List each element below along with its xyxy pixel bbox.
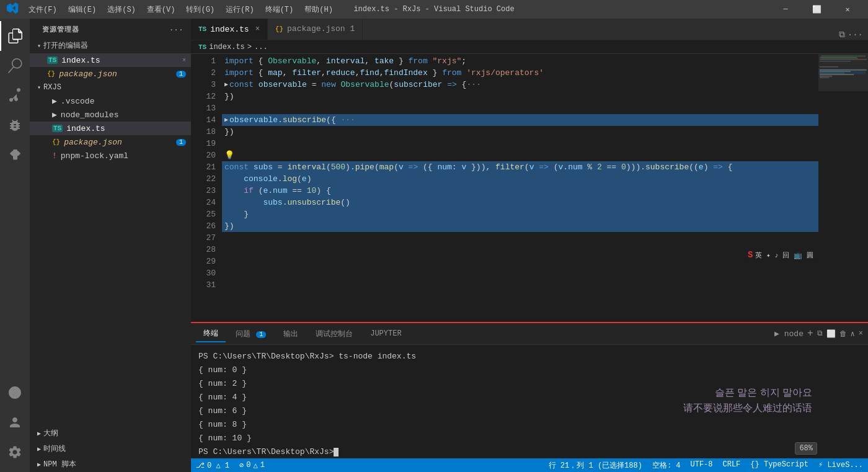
zoom-level[interactable]: 68% <box>795 442 817 455</box>
vscode-folder[interactable]: ▶ .vscode <box>30 94 191 108</box>
tab-index-ts[interactable]: TS index.ts × <box>191 19 268 40</box>
extensions-icon[interactable] <box>0 140 30 170</box>
svg-rect-9 <box>820 74 854 76</box>
minimize-button[interactable]: ─ <box>771 0 800 19</box>
menu-file[interactable]: 文件(F) <box>24 3 62 16</box>
menu-run[interactable]: 运行(R) <box>221 3 259 16</box>
sidebar-more[interactable]: ··· <box>169 26 184 33</box>
more-tabs-icon[interactable]: ··· <box>848 30 863 40</box>
outline-section[interactable]: ▶ 大纲 <box>30 425 191 441</box>
open-editor-filename: index.ts <box>61 56 100 65</box>
menu-goto[interactable]: 转到(G) <box>181 3 219 16</box>
npm-scripts-label: NPM 脚本 <box>43 459 76 470</box>
debug-icon[interactable] <box>0 110 30 140</box>
tab-output[interactable]: 输出 <box>276 326 306 342</box>
errors-status[interactable]: ⊘ 0 △ 1 <box>234 461 270 470</box>
split-editor-icon[interactable]: ⧉ <box>839 30 845 40</box>
code-line-21: const subs = interval(500).pipe(map(v =>… <box>222 161 818 173</box>
language-info[interactable]: {} TypeScript <box>745 460 813 469</box>
tab-debug-console[interactable]: 调试控制台 <box>308 326 360 342</box>
terminal-chevron-up-icon[interactable]: ∧ <box>851 329 855 339</box>
code-line-2: import { map, filter,reduce,find,findInd… <box>222 67 818 79</box>
explorer-icon[interactable] <box>0 21 30 51</box>
open-editors-label: 打开的编辑器 <box>43 40 88 51</box>
menu-edit[interactable]: 编辑(E) <box>63 3 102 16</box>
package-json-name: package.json <box>64 138 122 147</box>
terminal-close-icon[interactable]: × <box>859 329 863 338</box>
breadcrumb-file[interactable]: index.ts <box>209 43 245 51</box>
terminal-output-6: { num: 10 } <box>198 432 252 445</box>
menu-help[interactable]: 帮助(H) <box>299 3 338 16</box>
git-status[interactable]: ⎇ 0 △ 1 <box>191 461 234 470</box>
terminal-maximize-icon[interactable]: ⬜ <box>826 329 836 339</box>
tab-jupyter[interactable]: JUPYTER <box>363 327 409 341</box>
fold-icon-3[interactable]: ▶ <box>224 79 228 91</box>
git-icon: ⎇ <box>196 461 205 470</box>
open-editors-section[interactable]: ▾ 打开的编辑器 <box>30 38 191 53</box>
tab-package-json[interactable]: {} package.json 1 <box>268 19 363 40</box>
terminal-new-icon[interactable]: ▶ node <box>774 329 804 339</box>
chevron-right-icon-2: ▶ <box>37 445 41 453</box>
lightbulb-icon[interactable]: 💡 <box>224 149 234 161</box>
source-control-icon[interactable] <box>0 81 30 110</box>
live-share[interactable]: ⚡ LiveS... <box>813 460 868 470</box>
sogou-toolbar[interactable]: S 英 ✦ ♪ 回 📺 圓 <box>744 247 817 263</box>
code-editor[interactable]: 1 2 3 12 13 14 18 19 20 21 22 23 24 25 2… <box>191 54 868 322</box>
svg-rect-2 <box>820 59 867 60</box>
timeline-section[interactable]: ▶ 时间线 <box>30 441 191 456</box>
fold-icon-14[interactable]: ▶ <box>224 114 228 126</box>
terminal-add-icon[interactable]: + <box>807 328 813 339</box>
terminal-output-1: { num: 0 } <box>198 363 247 377</box>
terminal-line-3: { num: 2 } <box>198 377 861 391</box>
tab-bar-actions: ⧉ ··· <box>839 30 868 40</box>
terminal-cursor <box>334 448 339 456</box>
tab-close-icon[interactable]: × <box>255 25 260 33</box>
minimap <box>818 54 868 322</box>
node-modules-folder[interactable]: ▶ node_modules <box>30 108 191 122</box>
code-line-27 <box>222 232 818 244</box>
tab-terminal[interactable]: 终端 <box>196 326 226 342</box>
close-editor-icon[interactable]: × <box>182 57 186 64</box>
vscode-folder-name: .vscode <box>61 97 95 106</box>
open-editor-package-json[interactable]: {} package.json 1 <box>30 67 191 81</box>
index-ts-file[interactable]: TS index.ts <box>30 122 191 135</box>
svg-rect-6 <box>820 69 867 71</box>
code-line-25: } <box>222 208 818 220</box>
settings-icon[interactable] <box>0 437 30 467</box>
npm-scripts-section[interactable]: ▶ NPM 脚本 <box>30 456 191 472</box>
ts-tab-icon: TS <box>198 25 206 33</box>
sogou-tools: 英 ✦ ♪ 回 📺 圓 <box>755 251 813 260</box>
menu-select[interactable]: 选择(S) <box>102 3 141 16</box>
open-editor-filename2: package.json <box>59 69 117 79</box>
chevron-down-icon: ▾ <box>37 42 41 50</box>
restore-button[interactable]: ⬜ <box>802 0 831 19</box>
open-editor-index-ts[interactable]: TS index.ts × <box>30 53 191 67</box>
terminal-split-icon[interactable]: ⧉ <box>817 329 823 338</box>
accounts-icon[interactable] <box>0 407 30 437</box>
encoding-info[interactable]: UTF-8 <box>686 460 718 469</box>
terminal-output-5: { num: 8 } <box>198 418 247 432</box>
close-button[interactable]: ✕ <box>833 0 862 19</box>
code-content[interactable]: import { Observable, interval, take } fr… <box>222 54 818 322</box>
menu-view[interactable]: 查看(V) <box>142 3 180 16</box>
code-line-26: }) <box>222 220 818 232</box>
package-json-file[interactable]: {} package.json 1 <box>30 135 191 149</box>
window-title: index.ts - RxJs - Visual Studio Code <box>353 5 514 14</box>
code-line-31 <box>222 279 818 291</box>
remote-icon[interactable] <box>0 378 30 407</box>
eol-info[interactable]: CRLF <box>718 460 746 469</box>
menu-terminal[interactable]: 终端(T) <box>260 3 299 16</box>
pnpm-lock-file[interactable]: ! pnpm-lock.yaml <box>30 149 191 163</box>
indent-info[interactable]: 空格: 4 <box>647 460 686 471</box>
json-icon-2: {} <box>52 138 60 146</box>
terminal-output-3: { num: 4 } <box>198 391 247 404</box>
tab-problems[interactable]: 问题 1 <box>228 326 273 342</box>
breadcrumb-more[interactable]: ... <box>254 43 268 51</box>
rxjs-folder[interactable]: ▾ RXJS <box>30 81 191 94</box>
problems-badge: 1 <box>256 331 266 338</box>
terminal-clear-icon[interactable]: 🗑 <box>839 329 847 339</box>
terminal-content[interactable]: PS C:\Users\TR\Desktop\RxJs> ts-node ind… <box>191 345 868 458</box>
activity-bar-bottom <box>0 378 30 472</box>
cursor-position[interactable]: 行 21，列 1 (已选择188) <box>544 460 647 471</box>
search-icon[interactable] <box>0 51 30 81</box>
